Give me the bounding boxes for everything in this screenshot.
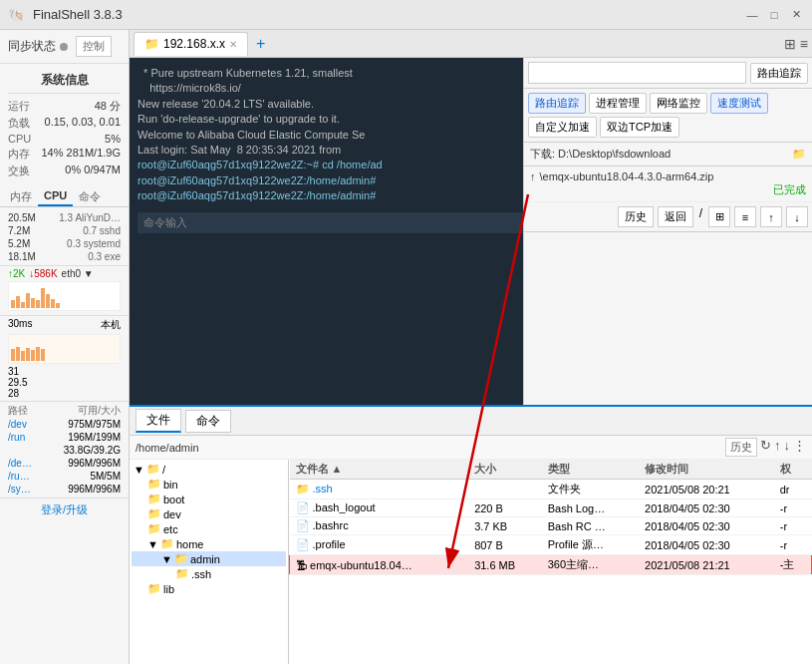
process-mgr-btn[interactable]: 进程管理 — [589, 93, 647, 114]
file-modified: 2018/04/05 02:30 — [639, 517, 774, 535]
tab-file[interactable]: 文件 — [135, 409, 181, 433]
latency-label: 30ms — [8, 318, 32, 332]
file-type: Bash RC … — [542, 517, 639, 535]
time-section: 30ms 本机 31 29.5 28 — [0, 315, 129, 401]
folder-icon: 📁 — [147, 522, 161, 535]
net-monitor-btn[interactable]: 网络监控 — [650, 93, 707, 114]
list-item: /sy… 996M/996M — [8, 483, 121, 496]
tree-item-etc[interactable]: 📁 etc — [132, 521, 286, 536]
tree-item-bin[interactable]: 📁 bin — [132, 477, 286, 492]
proc-cpu-val: 0.3 systemd — [67, 238, 121, 249]
file-size: 3.7 KB — [468, 517, 542, 535]
drive-path: /de… — [8, 458, 32, 469]
login-upgrade-btn[interactable]: 登录/升级 — [0, 498, 129, 521]
table-row[interactable]: 📄 .bash_logout 220 B Bash Log… 2018/04/0… — [290, 499, 812, 517]
history-nav-btn[interactable]: 历史 — [618, 206, 654, 227]
net-up-icon: ↑2K — [8, 268, 25, 279]
file-perm: -r — [774, 535, 812, 555]
tree-item-lib[interactable]: 📁 lib — [132, 581, 286, 596]
tree-item-admin[interactable]: ▼ 📁 admin — [132, 551, 286, 566]
file-modified: 2021/05/08 21:21 — [639, 555, 774, 575]
table-row[interactable]: 📁 .ssh 文件夹 2021/05/08 20:21 dr — [290, 480, 812, 499]
tab-cmd[interactable]: 命令 — [73, 187, 107, 206]
icon-btn-3[interactable]: ↑ — [760, 206, 782, 227]
refresh-icon[interactable]: ↻ — [760, 438, 771, 457]
bilateral-tcp-btn[interactable]: 双边TCP加速 — [600, 117, 679, 138]
tab-mem[interactable]: 内存 — [4, 187, 38, 206]
file-type: 360主缩… — [542, 555, 639, 575]
col-filename[interactable]: 文件名 ▲ — [290, 460, 469, 480]
upload-icon[interactable]: ↑ — [774, 438, 781, 457]
file-size: 31.6 MB — [468, 555, 542, 575]
list-item: 18.1M 0.3 exe — [8, 250, 121, 263]
history-btn[interactable]: 历史 — [725, 438, 757, 457]
route-search-input[interactable] — [528, 62, 746, 84]
icon-btn-4[interactable]: ↓ — [786, 206, 808, 227]
load-value: 0.15, 0.03, 0.01 — [45, 116, 121, 131]
file-name: 🗜 emqx-ubuntu18.04… — [290, 555, 469, 575]
control-button[interactable]: 控制 — [76, 36, 112, 57]
new-tab-button[interactable]: + — [248, 31, 273, 57]
table-row[interactable]: 📄 .bashrc 3.7 KB Bash RC … 2018/04/05 02… — [290, 517, 812, 535]
route-trace-btn2[interactable]: 路由追踪 — [528, 93, 586, 114]
icon-btn-1[interactable]: ⊞ — [708, 206, 730, 227]
file-perm: -主 — [774, 555, 812, 575]
icon-btn-2[interactable]: ≡ — [734, 206, 756, 227]
mem-label: 内存 — [8, 147, 30, 162]
table-row[interactable]: 🗜 emqx-ubuntu18.04… 31.6 MB 360主缩… 2021/… — [290, 555, 812, 575]
dir-tree: ▼ 📁 / 📁 bin 📁 boot — [130, 460, 289, 664]
proc-cpu-val: 1.3 AliYunD… — [59, 212, 121, 223]
tree-label: boot — [163, 494, 184, 505]
custom-accel-btn[interactable]: 自定义加速 — [528, 117, 597, 138]
minimize-btn[interactable]: — — [744, 7, 760, 23]
close-btn[interactable]: ✕ — [788, 7, 804, 23]
app-title: FinalShell 3.8.3 — [33, 7, 123, 22]
tree-root[interactable]: ▼ 📁 / — [132, 462, 286, 477]
tree-item-boot[interactable]: 📁 boot — [132, 492, 286, 506]
col-modified[interactable]: 修改时间 — [639, 460, 774, 480]
back-nav-btn[interactable]: 返回 — [658, 206, 693, 227]
col-type[interactable]: 类型 — [542, 460, 639, 480]
main-tab[interactable]: 📁 192.168.x.x ✕ — [134, 32, 248, 56]
tree-item-dev[interactable]: 📁 dev — [132, 506, 286, 521]
tree-label: home — [176, 538, 204, 550]
maximize-btn[interactable]: □ — [766, 7, 782, 23]
folder-icon: 📁 — [146, 463, 160, 476]
titlebar: 🐚 FinalShell 3.8.3 — □ ✕ — [0, 0, 812, 30]
speed-test-btn[interactable]: 速度测试 — [710, 93, 768, 114]
list-item: /run 196M/199M — [8, 431, 121, 444]
tree-label: lib — [163, 583, 174, 595]
local-label: 本机 — [101, 318, 121, 332]
drive-size: 196M/199M — [68, 432, 121, 443]
grid-view-icon[interactable]: ⊞ — [784, 36, 796, 52]
download-icon[interactable]: ↓ — [784, 438, 791, 457]
tab-cpu[interactable]: CPU — [38, 187, 73, 206]
tab-command[interactable]: 命令 — [185, 410, 231, 433]
menu-icon[interactable]: ≡ — [800, 36, 808, 52]
proc-cpu-val: 0.7 sshd — [83, 225, 121, 236]
sync-label: 同步状态 — [8, 38, 56, 55]
col-size[interactable]: 大小 — [468, 460, 542, 480]
overlay-search-bar: 路由追踪 — [524, 58, 812, 89]
tree-item-ssh[interactable]: 📁 .ssh — [132, 566, 286, 581]
file-name: 📄 .bash_logout — [290, 499, 469, 517]
expand-icon: ▼ — [134, 464, 144, 476]
expand-icon: ▼ — [161, 553, 172, 565]
bottom-tabbar: 文件 命令 — [130, 407, 812, 436]
overlay-buttons: 路由追踪 进程管理 网络监控 速度测试 自定义加速 双边TCP加速 — [524, 89, 812, 143]
bottom-panel: 文件 命令 /home/admin 历史 ↻ ↑ ↓ ⋮ ▼ 📁 — [130, 405, 812, 664]
file-size — [468, 480, 542, 499]
tree-item-home[interactable]: ▼ 📁 home — [132, 536, 286, 551]
folder-picker-icon[interactable]: 📁 — [792, 148, 806, 161]
more-icon[interactable]: ⋮ — [793, 438, 806, 457]
tab-server-label: 192.168.x.x — [163, 37, 225, 51]
col-perm[interactable]: 权 — [774, 460, 812, 480]
list-item: /dev 975M/975M — [8, 418, 121, 431]
tab-close-icon[interactable]: ✕ — [229, 39, 237, 50]
drive-size: 975M/975M — [68, 419, 121, 430]
folder-icon: 📁 — [174, 552, 188, 565]
terminal-input-label: 命令输入 — [143, 215, 187, 230]
route-trace-btn[interactable]: 路由追踪 — [750, 63, 808, 84]
content-area: * Pure upstream Kubernetes 1.21, smalles… — [130, 58, 812, 405]
table-row[interactable]: 📄 .profile 807 B Profile 源… 2018/04/05 0… — [290, 535, 812, 555]
